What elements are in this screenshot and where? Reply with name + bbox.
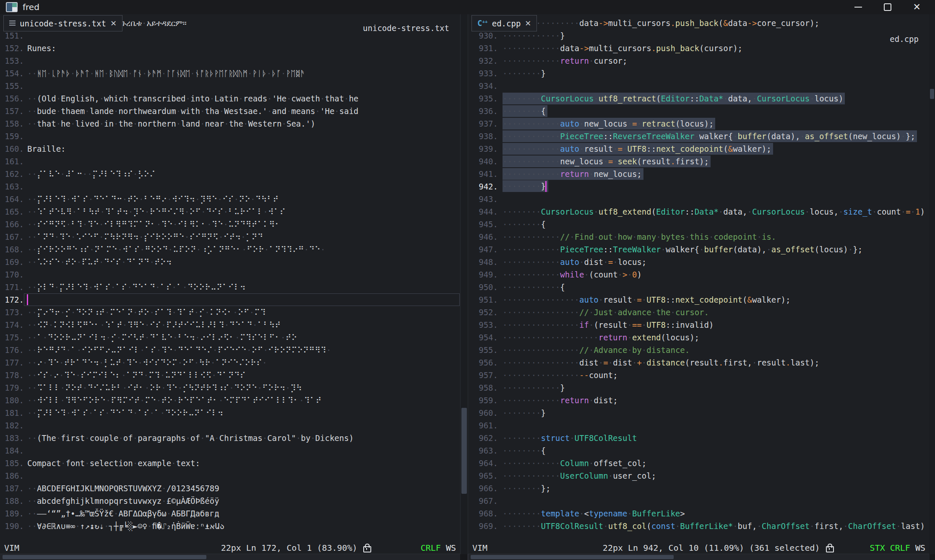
editor-line[interactable]: 166.··⠎⠊⠛⠝⠫·⠃⠹·⠹⠑·⠊⠇⠻⠛⠹⠍⠁⠝⠂·⠹⠑·⠊⠇⠻⠅⠂·⠹⠑·… <box>0 218 460 231</box>
editor-line[interactable]: 957.················--count; <box>468 369 930 381</box>
editor-line[interactable]: 165.··⠱⠁⠞⠑⠧⠻·⠁⠃⠳⠞·⠹⠁⠞⠲·⡹⠑·⠗⠑⠛⠊⠌⠻·⠕⠋·⠙⠊⠎·… <box>0 205 460 218</box>
horizontal-scrollbar[interactable] <box>0 554 460 560</box>
editor-line[interactable]: 933.········} <box>468 67 930 80</box>
editor-line[interactable]: 161. <box>0 155 460 168</box>
editor-line[interactable]: 942.········} <box>468 180 930 193</box>
editor-line[interactable]: 171.··⡕⠇⠙·⡍⠜⠇⠑⠹·⠺⠁⠎·⠁⠎·⠙⠑⠁⠙·⠁⠎·⠁·⠙⠕⠕⠗⠤⠝⠁… <box>0 281 460 293</box>
tab-unicode-stress-txt[interactable]: unicode-stress.txt ✕ <box>3 15 122 31</box>
editor-line[interactable]: 167.··⠁⠝⠙·⠹⠑·⠡⠊⠑⠋·⠍⠳⠗⠝⠻⠲·⡎⠊⠗⠕⠕⠛⠑·⠎⠊⠛⠝⠫·⠊… <box>0 231 460 243</box>
editor-line[interactable]: 946.············//·Find·out·how·many·byt… <box>468 231 930 243</box>
editor-line[interactable]: 187.··ABCDEFGHIJKLMNOPQRSTUVWXYZ·/012345… <box>0 482 460 495</box>
tab-ed-cpp[interactable]: C++ ed.cpp ✕ <box>471 15 537 31</box>
editor-line[interactable]: 935.········CursorLocus·utf8_retract(Edi… <box>468 92 930 105</box>
tab-close-icon[interactable]: ✕ <box>110 19 117 28</box>
status-flag-ws[interactable]: WS <box>446 543 456 553</box>
maximize-icon[interactable] <box>884 3 891 11</box>
status-flag-stx[interactable]: STX <box>870 543 885 553</box>
editor-line[interactable]: 953.················if·(result·==·UTF8::… <box>468 319 930 331</box>
editor-line[interactable]: 964.············Column·offset_col; <box>468 457 930 469</box>
editor-line[interactable]: 938.············PieceTree::ReverseTreeWa… <box>468 130 930 143</box>
editor-line[interactable]: 943. <box>468 193 930 205</box>
editor-line[interactable]: 188.··abcdefghijklmnopqrstuvwxyz·£©µÀÆÖÞ… <box>0 495 460 507</box>
close-icon[interactable]: ✕ <box>913 3 921 12</box>
editor-line[interactable]: 941.············return·new_locus; <box>468 168 930 180</box>
editor-line[interactable]: 172. <box>0 293 460 306</box>
editor-line[interactable]: 955.················//·Advance·by·distan… <box>468 344 930 356</box>
horizontal-scrollbar-thumb[interactable] <box>3 555 206 559</box>
editor-line[interactable]: 940.············new_locus·=·seek(result.… <box>468 155 930 168</box>
editor-line[interactable]: 951.················auto·result·=·UTF8::… <box>468 293 930 306</box>
editor-line[interactable]: 932.············return·cursor; <box>468 54 930 67</box>
editor-line[interactable]: 956.················dist·=·dist·+·distan… <box>468 356 930 369</box>
editor-line[interactable]: 968.········template·<typename·BufferLik… <box>468 507 930 520</box>
editor-line[interactable]: 169.··⠡⠕⠎⠑·⠞⠕·⠏⠥⠞·⠙⠊⠎·⠙⠁⠝⠙·⠞⠕⠲ <box>0 256 460 268</box>
horizontal-scrollbar-thumb[interactable] <box>471 555 674 559</box>
editor-line[interactable]: 176.··⠗⠑⠛⠜⠙·⠁·⠊⠕⠋⠋⠔⠤⠝⠁⠊⠇·⠁⠎·⠹⠑·⠙⠑⠁⠙⠑⠌·⠏⠊… <box>0 344 460 356</box>
editor-line[interactable]: 936.········{ <box>468 105 930 117</box>
status-flag-ws[interactable]: WS <box>915 543 925 553</box>
editor-line[interactable]: 931.············data->multi_cursors.push… <box>468 42 930 54</box>
right-vertical-scrollbar[interactable] <box>929 14 935 554</box>
horizontal-scrollbar[interactable] <box>468 554 930 560</box>
editor-line[interactable]: 152.Runes: <box>0 42 460 54</box>
editor-line[interactable]: 181.··⡍⠜⠇⠑⠹·⠺⠁⠎·⠁⠎·⠙⠑⠁⠙·⠁⠎·⠁·⠙⠕⠕⠗⠤⠝⠁⠊⠇⠲ <box>0 407 460 419</box>
left-vertical-scrollbar-thumb[interactable] <box>461 408 467 494</box>
left-vertical-scrollbar[interactable] <box>460 14 468 554</box>
editor-line[interactable]: 183.··(The·first·couple·of·paragraphs·of… <box>0 432 460 444</box>
editor-line[interactable]: 182. <box>0 419 460 432</box>
editor-line[interactable]: 939.············auto·result·=·UTF8::next… <box>468 143 930 155</box>
editor-line[interactable]: 947.············PieceTree::TreeWalker·wa… <box>468 243 930 256</box>
editor-line[interactable]: 965.············UserColumn·user_col; <box>468 469 930 482</box>
editor-line[interactable]: 163. <box>0 180 460 193</box>
editor-line[interactable]: 186. <box>0 469 460 482</box>
editor-line[interactable]: 174.··⠪⠝·⠅⠝⠪⠇⠫⠛⠑⠂·⠱⠁⠞·⠹⠻⠑·⠊⠎·⠏⠜⠞⠊⠊⠥⠇⠜⠇⠹·… <box>0 319 460 331</box>
right-vertical-scrollbar-thumb[interactable] <box>930 89 934 99</box>
editor-line[interactable]: 962.········struct·UTF8ColResult <box>468 432 930 444</box>
editor-line[interactable]: 967. <box>468 495 930 507</box>
editor-line[interactable]: 184. <box>0 444 460 457</box>
editor-line[interactable]: 959.············return·dist; <box>468 394 930 407</box>
editor-line[interactable]: 158.··that·he·lived·in·the·northern·land… <box>0 117 460 130</box>
editor-line[interactable]: 954.····················return·extend(lo… <box>468 331 930 344</box>
lock-icon[interactable] <box>363 546 371 552</box>
right-editor-area[interactable]: 929.················data->multi_cursors.… <box>468 14 930 542</box>
editor-line[interactable]: 934. <box>468 80 930 92</box>
editor-line[interactable]: 160.Braille: <box>0 143 460 155</box>
editor-line[interactable]: 958.············} <box>468 381 930 394</box>
editor-line[interactable]: 170. <box>0 268 460 281</box>
editor-line[interactable]: 175.··⠁·⠙⠕⠕⠗⠤⠝⠁⠊⠇⠲·⡊·⠍⠊⠣⠞·⠙⠁⠧⠑·⠃⠑⠲·⠔⠊⠇⠔⠫… <box>0 331 460 344</box>
editor-line[interactable]: 154.··ᚻᛖ·ᚳᚹᚫᚦ·ᚦᚫᛏ·ᚻᛖ·ᛒᚢᛞᛖ·ᚩᚾ·ᚦᚫᛗ·ᛚᚪᚾᛞᛖ·ᚾ… <box>0 67 460 80</box>
editor-line[interactable]: 156.··(Old·English,·which·transcribed·in… <box>0 92 460 105</box>
editor-line[interactable]: 185.Compact·font·selection·example·text: <box>0 457 460 469</box>
editor-line[interactable]: 945.········{ <box>468 218 930 231</box>
editor-line[interactable]: 162.··⡌⠁⠧⠑·⠼⠁⠒··⡍⠜⠇⠑⠹⠰⠎·⡣⠕⠌ <box>0 168 460 180</box>
editor-line[interactable]: 963.········{ <box>468 444 930 457</box>
editor-line[interactable]: 159. <box>0 130 460 143</box>
editor-line[interactable]: 155. <box>0 80 460 92</box>
editor-line[interactable]: 173.··⡍⠔⠙⠖·⡊·⠙⠕⠝⠰⠞·⠍⠑⠁⠝·⠞⠕·⠎⠁⠹·⠹⠁⠞·⡊·⠅⠝⠪… <box>0 306 460 319</box>
editor-line[interactable]: 164.··⡍⠜⠇⠑⠹·⠺⠁⠎·⠙⠑⠁⠙⠒·⠞⠕·⠃⠑⠛⠔·⠺⠊⠹⠲·⡹⠻⠑·⠊… <box>0 193 460 205</box>
editor-line[interactable]: 944.········CursorLocus·utf8_extend(Edit… <box>468 205 930 218</box>
editor-line[interactable]: 179.··⠩⠁⠇⠇·⠝⠕⠞·⠙⠊⠌⠥⠗⠃·⠊⠞⠂·⠕⠗·⠹⠑·⡊⠳⠝⠞⠗⠹⠰⠎… <box>0 381 460 394</box>
left-editor-area[interactable]: 150.··ሰው·እንደቤቱ·እንጅ·እንደ·ጉረቤቱ·አይተዳደርም።151.… <box>0 14 460 542</box>
status-flag-crlf[interactable]: CRLF <box>890 543 910 553</box>
editor-line[interactable]: 950.············{ <box>468 281 930 293</box>
editor-line[interactable]: 929.················data->multi_cursors.… <box>468 17 930 29</box>
editor-line[interactable]: 969.········UTF8ColResult·utf8_col(const… <box>468 520 930 532</box>
editor-line[interactable]: 952.················//·Just·advance·the·… <box>468 306 930 319</box>
status-flag-crlf[interactable]: CRLF <box>421 543 441 553</box>
lock-icon[interactable] <box>826 546 834 552</box>
editor-line[interactable]: 189.··–—‘“”„†•…‰™œŠŸž€·ΑΒΓΔΩαβγδω·АБВГДа… <box>0 507 460 520</box>
editor-line[interactable]: 177.··⠔·⠹⠑·⠞⠗⠁⠙⠑⠲·⡃⠥⠞·⠹⠑·⠺⠊⠎⠙⠕⠍·⠕⠋·⠳⠗·⠁⠝… <box>0 356 460 369</box>
editor-line[interactable]: 153. <box>0 54 460 67</box>
editor-line[interactable]: 157.··bude·thaem·lande·northweardum·with… <box>0 105 460 117</box>
editor-line[interactable]: 948.············auto·dist·=·locus; <box>468 256 930 268</box>
editor-line[interactable]: 966.········}; <box>468 482 930 495</box>
editor-line[interactable]: 178.··⠊⠎·⠔·⠹⠑·⠎⠊⠍⠊⠇⠑⠆·⠁⠝⠙·⠍⠹·⠥⠝⠙⠁⠇⠇⠪⠫·⠙⠁… <box>0 369 460 381</box>
minimize-icon[interactable] <box>854 7 862 8</box>
editor-line[interactable]: 168.··⡎⠊⠗⠕⠕⠛⠑⠰⠎·⠝⠁⠍⠑·⠺⠁⠎·⠛⠕⠕⠙·⠥⠏⠕⠝·⠰⡡⠁⠝⠛… <box>0 243 460 256</box>
editor-line[interactable]: 937.············auto·new_locus·=·retract… <box>468 117 930 130</box>
editor-line[interactable]: 180.··⠺⠊⠇⠇·⠹⠻⠑⠋⠕⠗⠑·⠏⠻⠍⠊⠞·⠍⠑·⠞⠕·⠗⠑⠏⠑⠁⠞⠂·⠑… <box>0 394 460 407</box>
editor-line[interactable]: 960.········} <box>468 407 930 419</box>
editor-line[interactable]: 949.············while·(count·>·0) <box>468 268 930 281</box>
